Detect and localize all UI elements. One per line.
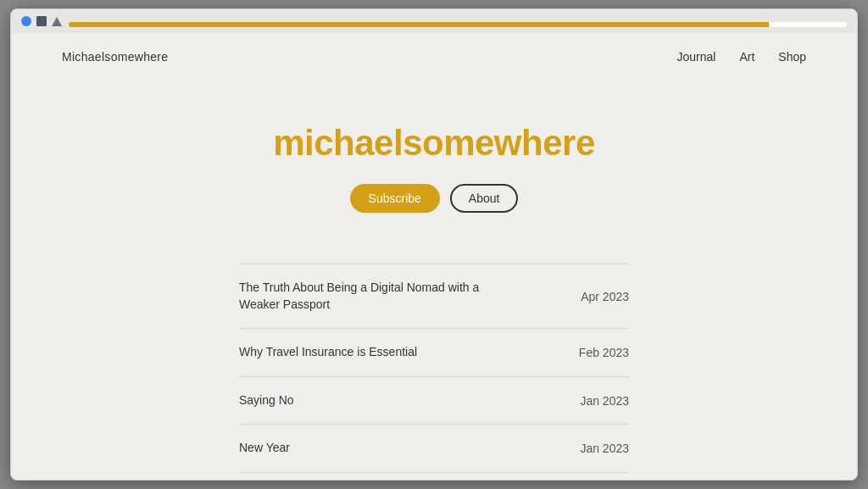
article-title: The Truth About Being a Digital Nomad wi… (239, 280, 493, 313)
dot-square-icon (36, 16, 47, 26)
browser-controls (21, 16, 62, 26)
address-bar[interactable] (69, 22, 847, 27)
browser-window: Michaelsomewhere Journal Art Shop michae… (10, 8, 858, 481)
article-title: Saying No (239, 392, 294, 409)
browser-content: Michaelsomewhere Journal Art Shop michae… (11, 33, 857, 480)
article-list: The Truth About Being a Digital Nomad wi… (222, 264, 646, 473)
site-logo[interactable]: Michaelsomewhere (62, 50, 168, 64)
address-bar-fill (69, 22, 769, 27)
article-title: Why Travel Insurance is Essential (239, 344, 417, 361)
article-item[interactable]: Why Travel Insurance is Essential Feb 20… (239, 329, 629, 377)
article-item[interactable]: New Year Jan 2023 (239, 425, 629, 473)
subscribe-button[interactable]: Subscribe (350, 184, 440, 213)
article-item[interactable]: Saying No Jan 2023 (239, 377, 629, 425)
hero-buttons: Subscribe About (28, 184, 840, 213)
nav-link-shop[interactable]: Shop (778, 50, 806, 64)
dot-blue-icon (21, 16, 31, 26)
article-date: Jan 2023 (580, 442, 629, 455)
nav-link-art[interactable]: Art (739, 50, 754, 64)
nav-links: Journal Art Shop (676, 50, 806, 64)
article-title: New Year (239, 440, 290, 457)
article-date: Jan 2023 (580, 394, 629, 408)
hero-section: michaelsomewhere Subscribe About (11, 81, 857, 247)
dot-triangle-icon (52, 17, 62, 26)
article-date: Apr 2023 (581, 290, 629, 303)
about-button[interactable]: About (450, 184, 519, 213)
nav-link-journal[interactable]: Journal (676, 50, 715, 64)
browser-chrome (11, 9, 857, 33)
article-item[interactable]: The Truth About Being a Digital Nomad wi… (239, 264, 629, 329)
article-date: Feb 2023 (579, 346, 629, 359)
hero-title: michaelsomewhere (28, 123, 840, 164)
site-nav: Michaelsomewhere Journal Art Shop (11, 33, 857, 81)
